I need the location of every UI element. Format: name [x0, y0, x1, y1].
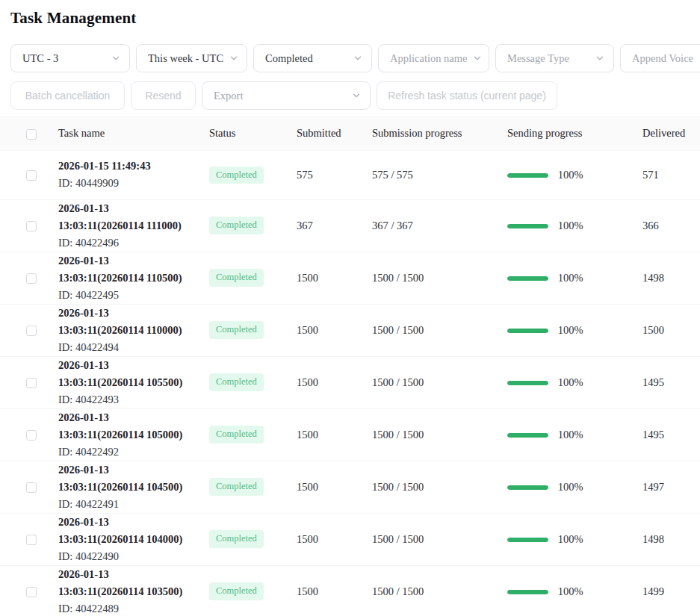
chevron-down-icon — [353, 54, 362, 63]
submission-progress: 1500 / 1500 — [360, 356, 495, 408]
message-type-select[interactable]: Message Type — [495, 44, 614, 72]
task-id: ID: 40422490 — [58, 548, 191, 565]
action-bar: Batch cancellation Resend Export Refresh… — [10, 81, 700, 110]
submitted-count: 367 — [285, 199, 360, 252]
select-all-checkbox[interactable] — [26, 129, 37, 140]
task-name: 2026-01-13 13:03:11(20260114 105500) — [58, 357, 191, 391]
chevron-down-icon — [111, 54, 120, 63]
delivered-count: 1500 — [629, 304, 700, 356]
delivered-count: 1495 — [629, 356, 700, 408]
timezone-select[interactable]: UTC - 3 — [10, 44, 130, 72]
delivered-count: 1497 — [629, 461, 700, 513]
sending-progress-bar — [507, 433, 548, 438]
row-checkbox[interactable] — [26, 535, 37, 545]
delivered-count: 1498 — [629, 252, 700, 304]
task-id: ID: 40422496 — [58, 234, 191, 252]
submission-progress: 1500 / 1500 — [360, 304, 495, 356]
sending-progress-percent: 100% — [558, 585, 583, 597]
delivered-count: 1499 — [629, 565, 700, 616]
submitted-count: 575 — [285, 151, 360, 199]
refresh-status-button[interactable]: Refresh task status (current page) — [377, 81, 557, 110]
task-id: ID: 40422491 — [58, 496, 191, 513]
delivered-count: 1498 — [629, 513, 700, 565]
status-badge: Completed — [209, 373, 264, 391]
sending-progress-bar — [507, 485, 548, 490]
application-name-select-placeholder: Application name — [390, 52, 467, 65]
batch-cancellation-button[interactable]: Batch cancellation — [10, 81, 125, 110]
status-badge: Completed — [209, 530, 264, 548]
sending-progress-bar — [507, 173, 548, 178]
sending-progress-percent: 100% — [558, 272, 583, 284]
task-id: ID: 40422495 — [58, 287, 191, 304]
task-name: 2026-01-13 13:03:11(20260114 105000) — [58, 409, 191, 444]
status-badge: Completed — [209, 426, 264, 444]
table-row: 2026-01-13 13:03:11(20260114 110000) ID:… — [0, 304, 700, 356]
table-row: 2026-01-15 11:49:43 ID: 40449909 Complet… — [0, 151, 700, 199]
resend-button[interactable]: Resend — [131, 81, 196, 110]
submitted-count: 1500 — [285, 356, 360, 408]
row-checkbox[interactable] — [26, 273, 37, 284]
submission-progress: 575 / 575 — [360, 151, 495, 199]
column-header-submission-progress: Submission progress — [360, 116, 495, 151]
column-header-status: Status — [197, 116, 285, 151]
task-name: 2026-01-13 13:03:11(20260114 104500) — [58, 461, 191, 496]
sending-progress-bar — [507, 538, 548, 542]
column-header-submitted: Submitted — [285, 116, 360, 151]
application-name-select[interactable]: Application name — [378, 44, 489, 72]
row-checkbox[interactable] — [26, 587, 37, 597]
submission-progress: 1500 / 1500 — [360, 513, 495, 565]
submitted-count: 1500 — [285, 513, 360, 565]
row-checkbox[interactable] — [26, 326, 37, 336]
status-badge: Completed — [209, 478, 264, 496]
date-range-select[interactable]: This week - UTC — [136, 44, 247, 72]
status-select[interactable]: Completed — [253, 44, 372, 72]
task-name: 2026-01-13 13:03:11(20260114 110500) — [58, 252, 191, 287]
table-row: 2026-01-13 13:03:11(20260114 110500) ID:… — [0, 252, 700, 304]
sending-progress-bar — [507, 329, 548, 333]
table-row: 2026-01-13 13:03:11(20260114 104000) ID:… — [0, 513, 700, 565]
row-checkbox[interactable] — [26, 170, 37, 181]
submitted-count: 1500 — [285, 408, 360, 461]
row-checkbox[interactable] — [26, 430, 37, 441]
chevron-down-icon — [352, 91, 361, 100]
submission-progress: 1500 / 1500 — [360, 461, 495, 513]
row-checkbox[interactable] — [26, 378, 37, 388]
status-badge: Completed — [209, 217, 264, 234]
row-checkbox[interactable] — [26, 482, 37, 493]
submission-progress: 1500 / 1500 — [360, 252, 495, 304]
append-voice-select-placeholder: Append Voice — [632, 52, 693, 65]
status-badge: Completed — [209, 167, 264, 184]
delivered-count: 366 — [629, 199, 700, 252]
task-name: 2026-01-13 13:03:11(20260114 103500) — [58, 566, 191, 600]
export-select[interactable]: Export — [202, 81, 371, 110]
chevron-down-icon — [229, 54, 238, 63]
table-row: 2026-01-13 13:03:11(20260114 105500) ID:… — [0, 356, 700, 408]
status-select-value: Completed — [265, 52, 313, 65]
submission-progress: 367 / 367 — [360, 199, 495, 252]
submitted-count: 1500 — [285, 252, 360, 304]
delivered-count: 571 — [629, 151, 700, 199]
filter-bar: UTC - 3 This week - UTC Completed Applic… — [10, 44, 700, 72]
sending-progress-bar — [507, 224, 548, 228]
submission-progress: 1500 / 1500 — [360, 565, 495, 616]
column-header-sending-progress: Sending progress — [495, 116, 629, 151]
chevron-down-icon — [595, 54, 604, 63]
status-badge: Completed — [209, 321, 264, 339]
task-management-page: Task Management UTC - 3 This week - UTC … — [0, 9, 700, 616]
sending-progress-percent: 100% — [558, 324, 583, 336]
page-title: Task Management — [10, 9, 700, 28]
task-name: 2026-01-13 13:03:11(20260114 110000) — [58, 305, 191, 339]
sending-progress-percent: 100% — [558, 169, 583, 181]
table-row: 2026-01-13 13:03:11(20260114 111000) ID:… — [0, 199, 700, 252]
submitted-count: 1500 — [285, 304, 360, 356]
submitted-count: 1500 — [285, 461, 360, 513]
sending-progress-percent: 100% — [558, 429, 583, 441]
task-name: 2026-01-13 13:03:11(20260114 111000) — [58, 200, 191, 234]
sending-progress-percent: 100% — [558, 220, 583, 231]
status-badge: Completed — [209, 269, 264, 287]
append-voice-select[interactable]: Append Voice — [620, 44, 700, 72]
sending-progress-bar — [507, 276, 548, 281]
table-header-row: Task name Status Submitted Submission pr… — [0, 116, 700, 151]
export-select-placeholder: Export — [214, 90, 243, 102]
row-checkbox[interactable] — [26, 221, 37, 231]
